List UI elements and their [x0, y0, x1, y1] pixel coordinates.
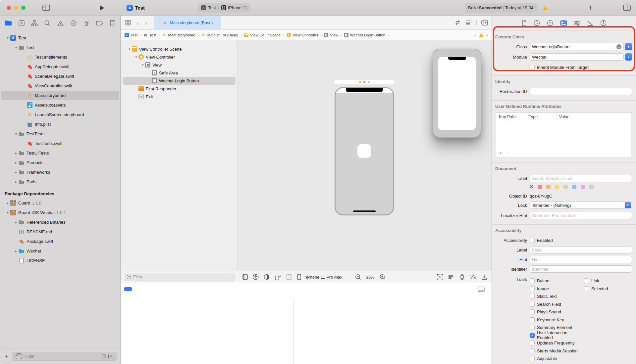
- split-preview-icon[interactable]: [286, 274, 292, 280]
- clear-color-button[interactable]: ✕: [530, 184, 533, 189]
- color-swatch[interactable]: [572, 185, 576, 189]
- code-review-icon[interactable]: [454, 20, 461, 25]
- previous-issue-button[interactable]: ‹: [475, 32, 476, 38]
- go-back-button[interactable]: ‹: [137, 20, 139, 26]
- file-row[interactable]: AppDelegate.swift: [1, 62, 119, 71]
- issue-warning-icon[interactable]: [479, 33, 484, 37]
- minimize-window-button[interactable]: [14, 6, 18, 10]
- navigator-filter-input[interactable]: [25, 354, 99, 359]
- disclosure-triangle[interactable]: ▾: [134, 55, 138, 59]
- package-row[interactable]: ▾ Guard-iOS-Wechat 1.0.1: [1, 208, 119, 217]
- jump-bar-item[interactable]: Test ›: [143, 33, 162, 37]
- accessibility-hint-input[interactable]: [532, 257, 630, 262]
- issue-navigator-icon[interactable]: [57, 20, 64, 26]
- trait-checkbox[interactable]: [530, 294, 535, 299]
- file-row[interactable]: SceneDelegate.swift: [1, 71, 119, 81]
- file-row[interactable]: ▾ TestTests: [1, 129, 119, 139]
- align-icon[interactable]: [448, 274, 454, 280]
- toggle-debug-area-icon[interactable]: [478, 287, 485, 292]
- navigator-filter-field[interactable]: +/-: [12, 352, 117, 361]
- restoration-id-field[interactable]: [530, 88, 632, 95]
- outline-row[interactable]: Exit: [123, 93, 236, 101]
- source-control-status-icon[interactable]: +/-: [108, 354, 114, 359]
- quick-help-inspector-icon[interactable]: ?: [547, 20, 553, 26]
- accessibility-identifier-field[interactable]: [530, 265, 632, 273]
- add-attribute-button[interactable]: +: [499, 150, 502, 156]
- close-window-button[interactable]: [7, 6, 11, 10]
- orientation-icon[interactable]: [275, 274, 281, 280]
- report-navigator-icon[interactable]: [110, 20, 116, 26]
- editor-tab-main-storyboard[interactable]: Main.storyboard (Base): [154, 16, 221, 30]
- class-jump-icon[interactable]: →: [616, 44, 621, 49]
- color-swatch[interactable]: [563, 185, 568, 189]
- file-row[interactable]: ▸ TestUITests: [1, 148, 119, 158]
- file-inspector-icon[interactable]: [522, 20, 527, 26]
- document-label-field[interactable]: [530, 175, 632, 182]
- storyboard-canvas[interactable]: [238, 40, 492, 271]
- symbol-navigator-icon[interactable]: [31, 20, 38, 26]
- go-forward-button[interactable]: ›: [145, 20, 147, 26]
- color-swatch[interactable]: [538, 185, 542, 189]
- add-file-button[interactable]: +: [3, 353, 9, 360]
- trait-checkbox[interactable]: [530, 333, 535, 338]
- test-navigator-icon[interactable]: [70, 20, 77, 26]
- file-row[interactable]: ▸ Pods: [1, 177, 119, 187]
- appearance-toggle-icon[interactable]: [264, 274, 270, 280]
- outline-row[interactable]: Wechat Login Button: [123, 77, 236, 85]
- device-name[interactable]: iPhone 11 Pro Max: [306, 275, 343, 280]
- device-preview[interactable]: [433, 49, 481, 138]
- module-input[interactable]: [532, 55, 621, 60]
- color-swatch[interactable]: [581, 185, 585, 189]
- breakpoint-navigator-icon[interactable]: [96, 21, 103, 26]
- connections-inspector-icon[interactable]: [600, 20, 607, 26]
- recent-files-icon[interactable]: [101, 354, 106, 359]
- package-row[interactable]: ▸ Guard 1.1.8: [1, 198, 119, 208]
- class-input[interactable]: [532, 44, 616, 49]
- jump-bar-item[interactable]: Main.st...rd (Base) ›: [201, 33, 244, 37]
- disclosure-triangle[interactable]: ▾: [127, 47, 132, 51]
- file-row[interactable]: Main.storyboard: [1, 91, 119, 100]
- filter-menu-icon[interactable]: [15, 353, 23, 359]
- accessibility-enabled-checkbox[interactable]: [530, 238, 535, 243]
- package-row[interactable]: LICENSE: [1, 256, 119, 265]
- module-field[interactable]: [530, 53, 624, 61]
- editor-options-icon[interactable]: [465, 20, 472, 25]
- build-warning-icon[interactable]: [543, 6, 548, 10]
- source-control-navigator-icon[interactable]: [18, 20, 25, 26]
- view-controller-device[interactable]: [335, 87, 394, 215]
- outline-row[interactable]: Safe Area: [123, 69, 236, 77]
- project-navigator-icon[interactable]: [5, 20, 12, 26]
- history-inspector-icon[interactable]: [534, 20, 540, 26]
- disclosure-triangle[interactable]: ▾: [5, 36, 10, 40]
- file-row[interactable]: LaunchScreen.storyboard: [1, 110, 119, 119]
- activity-view[interactable]: Build Succeeded | Today at 19:04: [465, 3, 537, 13]
- column-value[interactable]: Value: [556, 113, 631, 121]
- disclosure-triangle[interactable]: ▸: [5, 201, 10, 205]
- trait-checkbox[interactable]: [530, 317, 535, 322]
- accessibility-label-field[interactable]: [530, 246, 632, 253]
- localizer-hint-input[interactable]: [532, 213, 630, 218]
- accessibility-hint-field[interactable]: [530, 256, 632, 263]
- disclosure-triangle[interactable]: ▾: [140, 63, 145, 67]
- document-label-input[interactable]: [532, 176, 630, 181]
- add-editor-icon[interactable]: [481, 20, 488, 25]
- trait-checkbox[interactable]: [530, 286, 535, 291]
- runtime-attributes-table[interactable]: Key Path Type Value + −: [496, 113, 631, 158]
- scene-dock-view-controller-icon[interactable]: [359, 81, 361, 83]
- file-row[interactable]: ▸ Frameworks: [1, 167, 119, 177]
- add-constraints-icon[interactable]: [459, 274, 465, 280]
- trait-checkbox[interactable]: [584, 286, 589, 291]
- zoom-window-button[interactable]: [21, 6, 26, 10]
- file-row[interactable]: ViewController.swift: [1, 81, 119, 91]
- package-row[interactable]: README.md: [1, 227, 119, 237]
- disclosure-triangle[interactable]: ▸: [14, 180, 19, 184]
- find-navigator-icon[interactable]: [44, 20, 51, 26]
- toggle-inspector-icon[interactable]: [623, 5, 631, 11]
- attributes-inspector-icon[interactable]: [574, 20, 580, 26]
- trait-checkbox[interactable]: [530, 309, 535, 314]
- jump-bar-item[interactable]: View Co...r Scene ›: [244, 33, 287, 37]
- trait-checkbox[interactable]: [530, 341, 535, 345]
- package-row[interactable]: Package.swift: [1, 237, 119, 246]
- remove-attribute-button[interactable]: −: [507, 150, 510, 156]
- resolve-layout-issues-icon[interactable]: [470, 274, 476, 280]
